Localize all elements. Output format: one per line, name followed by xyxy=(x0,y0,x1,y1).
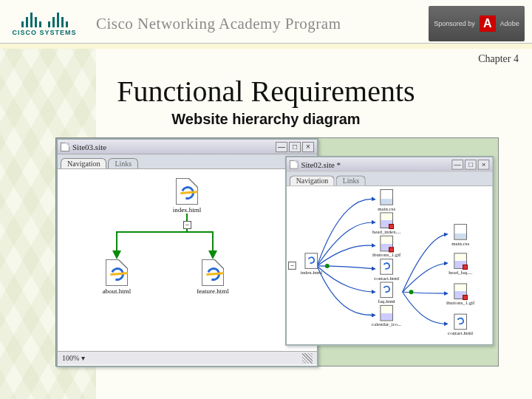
image-file-icon xyxy=(454,283,467,299)
tab-navigation[interactable]: Navigation xyxy=(61,158,106,168)
modified-marker-icon xyxy=(463,295,468,300)
slide-header: CISCO SYSTEMS Cisco Networking Academy P… xyxy=(0,0,532,43)
left-canvas[interactable]: index.html − about.html feature.html xyxy=(58,169,317,351)
image-file-icon xyxy=(380,305,393,321)
expander-minus[interactable]: − xyxy=(183,221,191,229)
right-canvas[interactable]: − index.html main.css head_index.... ibu… xyxy=(287,186,492,344)
ie-icon xyxy=(382,284,392,294)
right-titlebar[interactable]: Site02.site * — □ × xyxy=(287,157,492,172)
tab-links[interactable]: Links xyxy=(108,158,138,168)
node-label: ibuttons_1.gif xyxy=(368,252,406,258)
node-item[interactable]: head_index.... xyxy=(368,212,406,234)
node-label: about.html xyxy=(95,287,139,295)
node-item[interactable]: head_faq.... xyxy=(442,253,480,275)
node-label: contact.html xyxy=(368,276,406,282)
node-root-right[interactable]: index.html xyxy=(293,253,330,275)
minimize-button[interactable]: — xyxy=(276,142,287,152)
page-icon xyxy=(380,259,393,275)
ie-icon xyxy=(109,265,126,283)
left-statusbar: 100% ▾ xyxy=(58,351,317,364)
cisco-logo: CISCO SYSTEMS xyxy=(7,11,81,36)
node-item[interactable]: main.css xyxy=(442,224,480,246)
chapter-label: Chapter 4 xyxy=(478,53,519,65)
ie-icon xyxy=(179,184,197,202)
right-window-controls: — □ × xyxy=(451,159,489,169)
image-file-icon xyxy=(380,212,393,228)
node-label: index.html xyxy=(165,206,209,214)
modified-marker-icon xyxy=(389,224,394,229)
left-window-controls: — □ × xyxy=(276,142,314,152)
css-file-icon xyxy=(454,224,467,240)
program-title: Cisco Networking Academy Program xyxy=(81,15,429,33)
ie-icon xyxy=(382,262,392,271)
slide-title: Functional Requirements xyxy=(0,74,532,109)
ie-icon xyxy=(307,256,316,265)
document-icon xyxy=(290,160,299,168)
page-icon xyxy=(304,253,318,269)
left-window-title: Site03.site xyxy=(72,143,106,151)
cisco-brand-text: CISCO SYSTEMS xyxy=(7,29,81,36)
sponsor-name: Adobe xyxy=(500,20,519,27)
close-button[interactable]: × xyxy=(478,159,490,169)
node-item[interactable]: contact.html xyxy=(368,259,406,281)
maximize-button[interactable]: □ xyxy=(465,159,477,169)
right-tabs: Navigation Links xyxy=(287,172,492,187)
node-label: main.css xyxy=(368,206,406,212)
minimize-button[interactable]: — xyxy=(451,159,463,169)
node-label: head_index.... xyxy=(368,229,406,235)
left-titlebar[interactable]: Site03.site — □ × xyxy=(58,140,317,154)
left-tabs: Navigation Links xyxy=(58,154,317,169)
node-child[interactable]: feature.html xyxy=(191,259,235,295)
node-index[interactable]: index.html xyxy=(165,178,209,214)
adobe-logo-icon: A xyxy=(480,16,496,32)
page-icon xyxy=(380,282,393,299)
left-app-window: Site03.site — □ × Navigation Links xyxy=(56,138,318,367)
header-divider xyxy=(0,43,532,49)
css-file-icon xyxy=(380,189,393,205)
node-item[interactable]: main.css xyxy=(368,189,406,211)
node-item[interactable]: calendar_ico... xyxy=(368,305,406,327)
modified-marker-icon xyxy=(463,265,468,270)
node-item[interactable]: ibuttons_1.gif xyxy=(368,236,406,258)
node-label: index.html xyxy=(293,270,330,276)
image-file-icon xyxy=(380,236,393,252)
sponsor-badge: Sponsored by A Adobe xyxy=(429,6,525,41)
node-label: ibuttons_1.gif xyxy=(442,300,480,306)
node-label: head_faq.... xyxy=(442,270,480,276)
right-app-window: Site02.site * — □ × Navigation Links xyxy=(285,156,494,346)
svg-point-1 xyxy=(409,290,414,294)
tab-links[interactable]: Links xyxy=(336,175,366,185)
page-icon xyxy=(176,178,198,205)
zoom-value[interactable]: 100% xyxy=(62,354,79,362)
sponsor-label: Sponsored by xyxy=(434,20,475,27)
node-label: faq.html xyxy=(368,299,406,304)
node-item[interactable]: ibuttons_1.gif xyxy=(442,283,480,305)
node-child[interactable]: about.html xyxy=(95,259,139,295)
node-label: contact.html xyxy=(442,330,480,336)
close-button[interactable]: × xyxy=(302,142,314,152)
ie-icon xyxy=(456,316,466,326)
slide-subtitle: Website hierarchy diagram xyxy=(0,111,532,128)
zoom-dropdown-icon[interactable]: ▾ xyxy=(81,354,85,362)
node-label: main.css xyxy=(442,241,480,247)
node-item[interactable]: faq.html xyxy=(368,282,406,304)
page-icon xyxy=(454,314,467,330)
image-file-icon xyxy=(454,253,467,269)
modified-marker-icon xyxy=(389,247,394,252)
document-icon xyxy=(61,143,69,151)
node-label: feature.html xyxy=(191,287,235,295)
screenshot-figure: Site03.site — □ × Navigation Links xyxy=(55,137,499,366)
maximize-button[interactable]: □ xyxy=(289,142,301,152)
ie-icon xyxy=(205,265,222,283)
node-item[interactable]: contact.html xyxy=(442,314,480,336)
page-icon xyxy=(106,259,128,286)
right-window-title: Site02.site * xyxy=(301,160,341,168)
tab-navigation[interactable]: Navigation xyxy=(290,175,335,185)
node-label: calendar_ico... xyxy=(368,321,406,327)
resize-grip-icon[interactable] xyxy=(302,353,313,364)
page-icon xyxy=(202,259,224,286)
cisco-bridge-icon xyxy=(7,11,81,27)
